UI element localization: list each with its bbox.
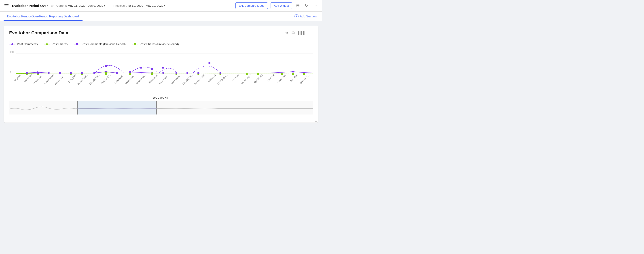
previous-date-value: Apr 11, 2020 - May 10, 2020 [126,4,163,7]
square-purple [140,67,142,69]
refresh-icon[interactable]: ↻ [304,2,309,9]
svg-text:jhon_goes: jhon_goes [68,74,77,83]
x-axis-label: ACCOUNT [4,94,318,100]
legend-item-post-comments: Post Comments [9,42,38,46]
chart-area: 160 0 [4,49,318,94]
svg-text:SekharAr1: SekharAr1 [207,74,216,83]
square-green [257,73,259,75]
svg-rect-30 [9,101,313,115]
tab-bar: Evoltobor Period-Over-Period Reporting D… [0,12,322,21]
square-green [281,73,283,75]
legend-dot-green [46,43,48,45]
svg-text:Virat Kohli f...: Virat Kohli f... [100,74,111,85]
tab-label: Evoltobor Period-Over-Period Reporting D… [7,14,79,18]
main-content: Evoltobor Comparison Data ↻ ⛁ ▌▌▌ ⋯ Post… [0,21,322,127]
svg-text:Do not use ...: Do not use ... [159,74,170,85]
current-date-value: May 11, 2020 - Jun 9, 2020 [68,4,103,7]
square-purple [105,65,107,67]
square-purple [37,72,39,74]
square-green [105,73,107,75]
svg-text:Sprinklr HQ: Sprinklr HQ [253,74,263,84]
resize-handle[interactable] [314,119,317,122]
svg-text:ds_nice1: ds_nice1 [14,74,22,82]
mini-selection-area[interactable] [77,101,156,115]
svg-text:Maruthi_VK...: Maruthi_VK... [182,74,193,85]
chart-header: Evoltobor Comparison Data ↻ ⛁ ▌▌▌ ⋯ [4,26,318,39]
svg-text:CricCom: CricCom [232,74,240,82]
legend-line-green [44,44,50,44]
svg-text:Bhawana P ...: Bhawana P ... [54,74,66,86]
svg-text:Vivian Rich...: Vivian Rich... [124,74,135,85]
square-purple [129,71,131,73]
legend-line-purple [9,44,16,44]
svg-text:0: 0 [10,71,11,73]
legend-dot-purple [12,43,13,45]
current-date-chevron[interactable]: ▾ [104,4,105,7]
mini-handle-left[interactable] [77,101,78,115]
square-purple [162,67,164,69]
square-purple [176,72,177,74]
legend-label-post-shares: Post Shares [52,42,68,46]
hamburger-menu-icon[interactable] [4,3,10,8]
legend-item-post-shares-prev: Post Shares (Previous Period) [132,42,179,46]
add-section-label: Add Section [300,14,317,18]
post-comments-prev-arc2 [130,67,176,73]
legend-square-green [134,43,136,45]
star-icon[interactable]: ☆ [50,3,54,8]
svg-text:Kumar new: Kumar new [276,74,286,84]
svg-text:Indian Petal...: Indian Petal... [77,74,88,85]
plus-circle-icon: + [294,14,298,18]
previous-date-range[interactable]: Previous: Apr 11, 2020 - May 10, 2020 ▾ [113,4,166,7]
legend-label-post-shares-prev: Post Shares (Previous Period) [140,42,179,46]
svg-text:John Doe: John Doe [290,74,298,82]
add-section-button[interactable]: + Add Section [293,12,319,21]
filter-chart-icon[interactable]: ⛁ [292,31,294,35]
square-green [292,73,294,75]
svg-text:LiveChat: LiveChat [267,74,275,82]
square-purple [116,72,118,74]
square-purple [81,72,83,74]
previous-date-chevron[interactable]: ▾ [164,4,166,7]
legend-item-post-comments-prev: Post Comments (Previous Period) [74,42,126,46]
svg-text:160: 160 [10,51,14,53]
square-green [152,73,153,75]
chart-actions: ↻ ⛁ ▌▌▌ ⋯ [285,31,313,35]
svg-text:COVID Hea...: COVID Hea... [217,74,228,85]
previous-label: Previous: [113,4,126,7]
post-comments-prev-arc3 [193,66,220,73]
legend-label-post-comments-prev: Post Comments (Previous Period) [82,42,126,46]
svg-text:Kakashi Ha...: Kakashi Ha... [135,74,146,85]
square-green [246,73,248,75]
more-options-icon[interactable]: ⋯ [312,2,318,9]
chart-legend: Post Comments Post Shares Post Comments … [4,39,318,49]
current-label: Current: [56,4,67,7]
square-purple [94,72,95,74]
more-chart-options-icon[interactable]: ⋯ [309,31,313,35]
tab-reporting-dashboard[interactable]: Evoltobor Period-Over-Period Reporting D… [4,12,82,21]
svg-text:radrafashio...: radrafashio... [171,74,182,85]
legend-label-post-comments: Post Comments [17,42,38,46]
svg-text:Art House(...): Art House(...) [240,74,252,85]
square-purple [209,62,210,64]
refresh-chart-icon[interactable]: ↻ [285,31,288,35]
chart-type-icon[interactable]: ▌▌▌ [298,31,306,35]
dot [292,71,294,73]
exit-compare-mode-button[interactable]: Exit Compare Mode [236,2,268,9]
chart-card: Evoltobor Comparison Data ↻ ⛁ ▌▌▌ ⋯ Post… [4,26,318,123]
square-purple [152,68,153,70]
current-date-range[interactable]: Current: May 11, 2020 - Jun 9, 2020 ▾ [56,4,105,7]
main-chart-svg: 160 0 [9,49,313,94]
mini-handle-right[interactable] [156,101,157,115]
x-axis-labels: ds_nice1 harrygellar Festive Gre... radr… [14,74,310,85]
square-purple [70,72,72,74]
svg-text:harrygellar: harrygellar [24,74,33,83]
svg-text:SprinklrSol...: SprinklrSol... [114,74,124,85]
legend-item-post-shares: Post Shares [44,42,68,46]
dashboard-title: Evoltobor Period-Over [12,4,48,7]
add-widget-button[interactable]: Add Widget [270,2,292,9]
filter-icon[interactable]: ⛁ [295,2,301,9]
square-purple [26,72,28,74]
square-purple [220,72,222,74]
legend-line-purple-dashed [74,44,80,44]
square-purple [59,72,60,74]
